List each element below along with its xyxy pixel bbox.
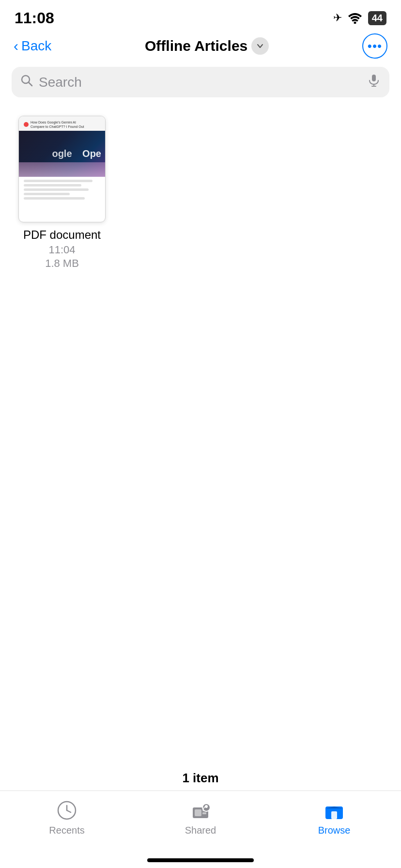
- title-dropdown-button[interactable]: [251, 37, 269, 55]
- status-icons: ✈ 44: [333, 11, 386, 25]
- search-container: Search: [0, 63, 401, 101]
- pdf-thumbnail: How Does Google's Gemini AI Compare to C…: [18, 116, 106, 222]
- nav-title-container: Offline Articles: [145, 37, 269, 55]
- search-bar[interactable]: Search: [12, 67, 389, 97]
- item-count-container: 1 item: [0, 771, 401, 786]
- svg-rect-3: [372, 75, 376, 81]
- pdf-content-lines: [19, 177, 105, 204]
- page-title: Offline Articles: [145, 38, 247, 54]
- tab-shared[interactable]: Shared: [134, 800, 267, 836]
- main-content: How Does Google's Gemini AI Compare to C…: [0, 101, 401, 284]
- svg-line-8: [67, 810, 71, 812]
- search-icon: [20, 74, 33, 90]
- svg-rect-16: [331, 811, 337, 819]
- tab-browse[interactable]: Browse: [267, 800, 401, 836]
- shared-icon: [190, 800, 211, 821]
- tab-browse-label: Browse: [318, 825, 351, 836]
- pdf-file-item[interactable]: How Does Google's Gemini AI Compare to C…: [14, 116, 110, 270]
- pdf-thumb-gradient: [19, 162, 105, 177]
- pdf-image-preview: ogle Ope: [19, 131, 105, 177]
- home-indicator: [147, 858, 254, 862]
- tab-shared-label: Shared: [185, 825, 216, 836]
- chevron-down-icon: [256, 42, 264, 50]
- battery-indicator: 44: [368, 11, 386, 25]
- tab-bar: Recents Shared Browse: [0, 790, 401, 868]
- airplane-icon: ✈: [333, 12, 342, 24]
- svg-line-2: [29, 82, 32, 86]
- svg-rect-10: [195, 809, 201, 816]
- tab-recents-label: Recents: [49, 825, 84, 836]
- back-chevron-icon: ‹: [14, 38, 18, 54]
- more-options-button[interactable]: •••: [362, 33, 387, 59]
- pdf-name: PDF document: [23, 228, 101, 242]
- pdf-time: 11:04: [48, 244, 75, 256]
- openai-logo-text: Ope: [82, 148, 101, 159]
- status-bar: 11:08 ✈ 44: [0, 0, 401, 29]
- nav-bar: ‹ Back Offline Articles •••: [0, 29, 401, 63]
- item-count: 1 item: [182, 771, 218, 785]
- google-logo-text: ogle: [52, 148, 72, 159]
- back-button[interactable]: ‹ Back: [14, 38, 51, 54]
- svg-rect-12: [202, 812, 206, 814]
- pdf-dot-icon: [24, 122, 29, 127]
- tab-recents[interactable]: Recents: [0, 800, 134, 836]
- pdf-size: 1.8 MB: [45, 257, 79, 270]
- ellipsis-icon: •••: [368, 39, 382, 54]
- wifi-icon: [347, 12, 363, 24]
- microphone-icon[interactable]: [367, 74, 381, 91]
- status-time: 11:08: [15, 9, 54, 27]
- back-label: Back: [21, 38, 51, 54]
- browse-icon: [324, 800, 345, 821]
- clock-icon: [56, 800, 77, 821]
- svg-point-0: [354, 22, 356, 24]
- search-input[interactable]: Search: [39, 75, 361, 90]
